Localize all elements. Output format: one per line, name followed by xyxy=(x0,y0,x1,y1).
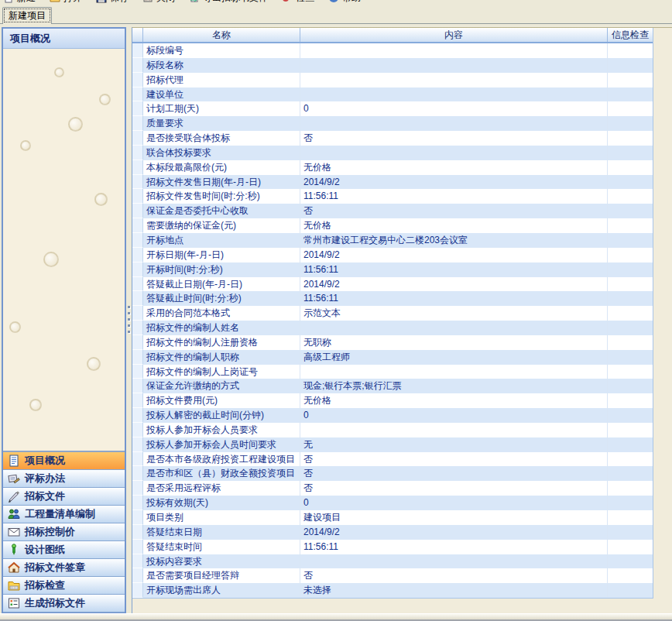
row-value-cell[interactable]: 无价格 xyxy=(300,160,608,175)
row-value-cell[interactable]: 2014/9/2 xyxy=(300,525,608,540)
row-value-cell[interactable]: 否 xyxy=(300,466,608,481)
row-selector[interactable] xyxy=(132,87,143,102)
table-row[interactable]: 投标有效期(天) 0 xyxy=(132,496,653,510)
table-row[interactable]: 保证金允许缴纳的方式 现金;银行本票;银行汇票 xyxy=(132,379,653,393)
row-value-cell[interactable]: 常州市建设工程交易中心二楼203会议室 xyxy=(300,233,608,248)
row-value-cell[interactable]: 现金;银行本票;银行汇票 xyxy=(300,379,608,393)
row-selector[interactable] xyxy=(132,248,143,262)
row-selector[interactable] xyxy=(132,481,143,496)
row-selector[interactable] xyxy=(132,160,143,175)
row-selector[interactable] xyxy=(132,335,143,350)
row-selector[interactable] xyxy=(132,218,143,233)
row-selector[interactable] xyxy=(132,379,143,393)
table-row[interactable]: 招标文件发售日期(年-月-日) 2014/9/2 xyxy=(132,175,653,190)
row-value-cell[interactable]: 无价格 xyxy=(300,218,608,233)
table-row[interactable]: 是否本市各级政府投资工程建设项目 否 xyxy=(132,452,653,467)
table-row[interactable]: 开标日期(年-月-日) 2014/9/2 xyxy=(132,248,653,262)
sidebar-item-house[interactable]: 招标文件签章 xyxy=(3,559,125,577)
splitter-handle[interactable] xyxy=(126,27,132,614)
row-selector[interactable] xyxy=(132,131,143,146)
row-value-cell[interactable]: 否 xyxy=(300,204,608,218)
row-selector[interactable] xyxy=(132,510,143,525)
row-value-cell[interactable]: 建设项目 xyxy=(300,510,608,525)
row-selector[interactable] xyxy=(132,233,143,248)
sidebar-item-pen[interactable]: 招标文件 xyxy=(3,488,125,506)
table-row[interactable]: 招标文件的编制人职称 高级工程师 xyxy=(132,350,653,365)
table-row[interactable]: 是否接受联合体投标 否 xyxy=(132,131,653,146)
header-content-column[interactable]: 内容 xyxy=(300,28,608,42)
sidebar-item-people[interactable]: 工程量清单编制 xyxy=(3,506,125,523)
row-selector[interactable] xyxy=(132,262,143,277)
table-row[interactable]: 建设单位 xyxy=(132,87,653,102)
row-value-cell[interactable]: 未选择 xyxy=(300,583,608,598)
table-row[interactable]: 招标代理 xyxy=(132,73,653,87)
row-value-cell[interactable]: 0 xyxy=(300,408,608,423)
row-selector[interactable] xyxy=(132,452,143,467)
table-row[interactable]: 计划工期(天) 0 xyxy=(132,101,653,116)
sidebar-item-envelope[interactable]: 招标控制价 xyxy=(3,523,125,541)
table-row[interactable]: 是否采用远程评标 否 xyxy=(132,481,653,496)
table-row[interactable]: 答疑截止时间(时:分:秒) 11:56:11 xyxy=(132,291,653,306)
row-selector[interactable] xyxy=(132,525,143,540)
row-selector[interactable] xyxy=(132,423,143,437)
row-value-cell[interactable]: 否 xyxy=(300,568,608,583)
table-row[interactable]: 项目类别 建设项目 xyxy=(132,510,653,525)
row-selector[interactable] xyxy=(132,554,143,569)
row-value-cell[interactable]: 否 xyxy=(300,131,608,146)
row-value-cell[interactable] xyxy=(300,116,608,131)
table-row[interactable]: 是否市和区（县）财政全额投资项目 否 xyxy=(132,466,653,481)
row-value-cell[interactable]: 2014/9/2 xyxy=(300,277,608,292)
sidebar-item-document[interactable]: 项目概况 xyxy=(3,452,125,470)
sidebar-item-folder[interactable]: 招标检查 xyxy=(3,577,125,595)
row-selector[interactable] xyxy=(132,408,143,423)
row-selector[interactable] xyxy=(132,437,143,452)
row-value-cell[interactable]: 11:56:11 xyxy=(300,291,608,306)
row-value-cell[interactable] xyxy=(300,58,608,73)
table-row[interactable]: 是否需要项目经理答辩 否 xyxy=(132,568,653,583)
row-selector[interactable] xyxy=(132,116,143,131)
row-value-cell[interactable]: 否 xyxy=(300,452,608,467)
sidebar-item-list[interactable]: 生成招标文件 xyxy=(3,595,125,612)
row-selector[interactable] xyxy=(132,101,143,116)
table-row[interactable]: 采用的合同范本格式 示范文本 xyxy=(132,306,653,321)
table-row[interactable]: 投标人参加开标会人员要求 xyxy=(132,423,653,437)
table-row[interactable]: 招标文件费用(元) 无价格 xyxy=(132,393,653,408)
row-value-cell[interactable]: 0 xyxy=(300,496,608,510)
row-value-cell[interactable] xyxy=(300,87,608,102)
table-row[interactable]: 投标人解密的截止时间(分钟) 0 xyxy=(132,408,653,423)
row-selector[interactable] xyxy=(132,277,143,292)
table-row[interactable]: 标段编号 xyxy=(132,43,653,58)
header-name-column[interactable]: 名称 xyxy=(143,28,300,42)
row-value-cell[interactable] xyxy=(300,321,608,335)
table-row[interactable]: 招标文件的编制人姓名 xyxy=(132,321,653,335)
table-row[interactable]: 质量要求 xyxy=(132,116,653,131)
table-row[interactable]: 投标人参加开标会人员时间要求 无 xyxy=(132,437,653,452)
row-selector[interactable] xyxy=(132,496,143,510)
tab-new-project[interactable]: 新建项目 xyxy=(2,7,52,24)
sidebar-item-pin[interactable]: 设计图纸 xyxy=(3,541,125,559)
row-selector[interactable] xyxy=(132,321,143,335)
table-row[interactable]: 开标现场需出席人 未选择 xyxy=(132,583,653,598)
header-infocheck-column[interactable]: 信息检查 xyxy=(608,28,653,42)
toolbar-button[interactable]: 检查 xyxy=(282,0,314,5)
toolbar-button[interactable]: 保存 xyxy=(96,0,129,5)
table-row[interactable]: 本标段最高限价(元) 无价格 xyxy=(132,160,653,175)
table-row[interactable]: 开标地点 常州市建设工程交易中心二楼203会议室 xyxy=(132,233,653,248)
row-selector[interactable] xyxy=(132,540,143,554)
row-value-cell[interactable] xyxy=(300,554,608,569)
table-row[interactable]: 招标文件的编制人上岗证号 xyxy=(132,365,653,379)
row-value-cell[interactable] xyxy=(300,146,608,160)
table-row[interactable]: 开标时间(时:分:秒) 11:56:11 xyxy=(132,262,653,277)
row-value-cell[interactable] xyxy=(300,423,608,437)
row-value-cell[interactable]: 0 xyxy=(300,101,608,116)
table-row[interactable]: 需要缴纳的保证金(元) 无价格 xyxy=(132,218,653,233)
table-row[interactable]: 答疑结束日期 2014/9/2 xyxy=(132,525,653,540)
row-value-cell[interactable] xyxy=(300,365,608,379)
table-row[interactable]: 联合体投标要求 xyxy=(132,146,653,160)
row-value-cell[interactable]: 2014/9/2 xyxy=(300,248,608,262)
table-row[interactable]: 答疑结束时间 11:56:11 xyxy=(132,540,653,554)
toolbar-button[interactable]: ? 帮助 xyxy=(328,0,361,5)
row-value-cell[interactable]: 11:56:11 xyxy=(300,540,608,554)
table-row[interactable]: 招标文件的编制人注册资格 无职称 xyxy=(132,335,653,350)
row-value-cell[interactable]: 11:56:11 xyxy=(300,262,608,277)
